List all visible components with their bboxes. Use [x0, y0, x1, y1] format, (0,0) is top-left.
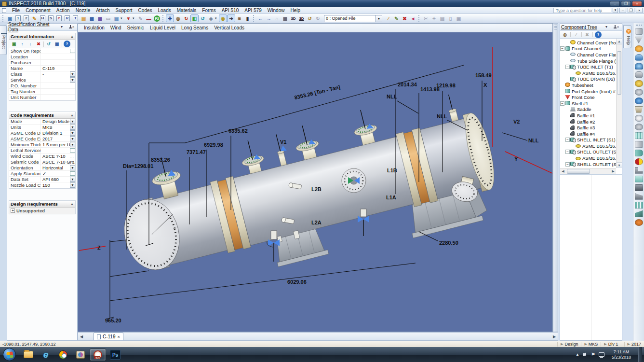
scroll-down-icon[interactable]: ▼: [617, 162, 622, 168]
menu-item[interactable]: API 579: [242, 7, 265, 14]
volume-icon[interactable]: [583, 352, 588, 357]
tree-expander-icon[interactable]: −: [565, 150, 570, 154]
gallery-box-teal-icon[interactable]: [635, 176, 643, 182]
find-icon[interactable]: ◎: [562, 31, 568, 38]
model-3d-canvas[interactable]: 8353.26 [Tan - Tan] 8353.26 Dia=1298.01 …: [78, 32, 552, 332]
tab-close-icon[interactable]: ×: [118, 334, 120, 339]
shade-icon[interactable]: ▮: [243, 14, 252, 22]
property-row[interactable]: ASME Code Di... Division 1 ▼ ...: [9, 130, 75, 136]
ribbon-item[interactable]: Insulation: [81, 25, 107, 31]
tree-item[interactable]: − Channel Cover (front): [560, 40, 614, 46]
help-icon[interactable]: ?: [595, 31, 602, 38]
property-row[interactable]: Lethal Service/... ▼ ...: [9, 148, 75, 153]
tree-item[interactable]: − ASME B16.5/16.47: [560, 143, 614, 149]
property-row[interactable]: P.O. Number ▼ ...: [9, 83, 75, 89]
wand-icon[interactable]: ✎: [30, 14, 39, 22]
tree-item[interactable]: − Port Cylinder (front) #1: [560, 88, 614, 95]
menu-item[interactable]: API 510: [219, 7, 242, 14]
mdi-close-button[interactable]: ×: [636, 8, 643, 13]
menu-item[interactable]: Codes: [135, 7, 155, 14]
taskbar-chrome-icon[interactable]: [55, 348, 71, 361]
gallery-legs-icon[interactable]: [635, 202, 643, 209]
gallery-grip[interactable]: [636, 25, 642, 26]
menu-item[interactable]: Forms: [199, 7, 218, 14]
panel-close-icon[interactable]: ×: [615, 24, 621, 30]
render-mode-icon[interactable]: ◧: [190, 14, 199, 22]
dropdown-icon[interactable]: ▼: [70, 77, 75, 83]
property-row[interactable]: Purchaser ▼ ...: [9, 60, 75, 66]
code-requirements-header[interactable]: Code Requirements▲: [9, 112, 75, 119]
dropdown-icon[interactable]: ▼: [70, 119, 75, 124]
dropdown-icon[interactable]: ▼: [70, 125, 75, 130]
toolbar-grip[interactable]: [253, 15, 255, 22]
taskbar-explorer-icon[interactable]: [20, 348, 37, 361]
menu-item[interactable]: Help: [287, 7, 303, 14]
start-button[interactable]: [3, 348, 16, 361]
dropdown-icon[interactable]: ▼: [70, 142, 75, 147]
mdi-document-icon[interactable]: [2, 8, 6, 13]
tree-item[interactable]: − Tube Side Flange (fron: [560, 58, 614, 64]
status-segment[interactable]: ▶ MKS: [581, 342, 601, 347]
list-icon[interactable]: ▤: [438, 14, 446, 22]
dropdown-icon[interactable]: ▼: [70, 71, 75, 77]
property-row[interactable]: Location ▼ ...: [9, 54, 75, 60]
taskbar-photoshop-icon[interactable]: Ps: [107, 348, 123, 361]
camera-icon[interactable]: ◙: [235, 14, 243, 22]
gallery-shell-gray-icon[interactable]: [635, 141, 643, 148]
shell-body[interactable]: [233, 137, 415, 246]
design-requirements-header[interactable]: Design Requirements▲: [9, 201, 75, 208]
checkbox[interactable]: [70, 49, 75, 53]
tree-item[interactable]: − SHELL OUTLET (S2B): [560, 161, 614, 167]
report-icon[interactable]: ▬: [145, 14, 153, 22]
combo-dropdown-icon[interactable]: ▾: [376, 15, 382, 22]
tree-item[interactable]: − SHELL INLET (S1): [560, 137, 614, 143]
property-row[interactable]: Mode Design Mode ▼ ...: [9, 119, 75, 125]
checkbox[interactable]: [70, 148, 75, 153]
mdi-restore-button[interactable]: ❐: [628, 8, 634, 13]
export-pdf-icon[interactable]: ▼: [124, 14, 133, 22]
menu-item[interactable]: Nozzle: [73, 7, 94, 14]
property-row[interactable]: Show On Repo... ▼ ...: [9, 48, 75, 54]
property-row[interactable]: Tag Number ▼ ...: [9, 89, 75, 95]
document-tab[interactable]: C-119 ×: [94, 333, 123, 340]
minimize-button[interactable]: –: [610, 1, 620, 6]
property-row[interactable]: ASME Code Ed... 2017 ▼ ...: [9, 136, 75, 142]
menu-item[interactable]: Component: [23, 7, 54, 14]
tree-item[interactable]: − Baffle #3: [560, 125, 614, 131]
tree-item[interactable]: − ASME B16.5/16.47: [560, 70, 614, 76]
highlight-icon[interactable]: ◉: [219, 14, 227, 22]
delete-row-icon[interactable]: ✖: [35, 41, 42, 47]
move-up-icon[interactable]: ↑: [19, 41, 26, 47]
view-3d-icon[interactable]: 3D: [289, 14, 297, 22]
unsupported-row[interactable]: + Unsupported: [9, 208, 75, 214]
edit-report-icon[interactable]: ✎: [136, 14, 145, 22]
add-row-icon[interactable]: ▣: [11, 41, 17, 47]
browse-icon[interactable]: ...: [70, 154, 75, 158]
property-row[interactable]: Orientation Horizontal ▼ ...: [9, 165, 75, 171]
menu-item[interactable]: File: [9, 7, 23, 14]
scrollbar-thumb[interactable]: [567, 169, 590, 174]
scrollbar-thumb[interactable]: [617, 51, 621, 95]
insert-nozzle-icon[interactable]: ◄: [409, 14, 417, 22]
cut-icon[interactable]: ✂: [422, 14, 430, 22]
f3-run-icon[interactable]: F3: [153, 14, 161, 22]
restore-button[interactable]: ❐: [621, 1, 631, 6]
draw-line-icon[interactable]: ∕: [384, 14, 392, 22]
gallery-head-flat-blue-icon[interactable]: [635, 54, 643, 61]
gallery-circle-orange-icon[interactable]: [635, 219, 643, 226]
undo-icon[interactable]: ↺: [306, 14, 314, 22]
ring-button-icon[interactable]: R: [63, 14, 71, 22]
tube-button-icon[interactable]: T: [71, 14, 80, 22]
gallery-ellipse-gray-icon[interactable]: [635, 124, 643, 130]
property-row[interactable]: Class - ▼ ...: [9, 71, 75, 77]
menu-item[interactable]: Support: [113, 7, 135, 14]
pipe-button-icon[interactable]: P: [55, 14, 63, 22]
tree-item[interactable]: − Baffle #1: [560, 112, 614, 119]
forward-icon[interactable]: →: [265, 14, 273, 22]
action-center-flag-icon[interactable]: ⚑: [591, 352, 595, 357]
gallery-bolt-icon[interactable]: [635, 158, 643, 165]
scroll-left-icon[interactable]: ◀: [560, 168, 566, 174]
panel-pin-icon[interactable]: [65, 24, 70, 30]
menu-item[interactable]: Window: [265, 7, 288, 14]
refresh-model-icon[interactable]: ↺: [199, 14, 207, 22]
